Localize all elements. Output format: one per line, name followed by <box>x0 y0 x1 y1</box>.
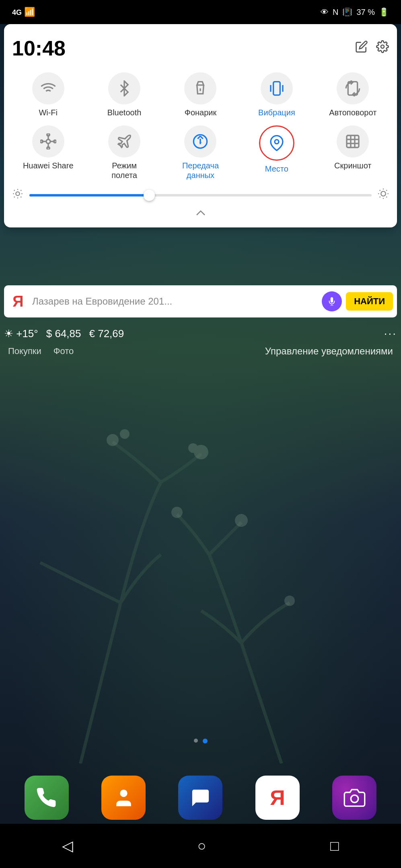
yandex-search-bar[interactable]: Я Лазарев на Евровидение 201... НАЙТИ <box>4 285 397 317</box>
toggle-wifi[interactable]: Wi-Fi <box>12 72 84 117</box>
panel-time: 10:48 <box>12 36 66 60</box>
svg-point-7 <box>381 45 384 48</box>
flashlight-icon <box>184 72 216 104</box>
vibration-label: Вибрация <box>258 108 295 117</box>
info-bar: ☀ +15° $ 64,85 € 72,69 ··· <box>4 321 397 346</box>
back-button[interactable]: ◁ <box>50 831 85 860</box>
svg-point-4 <box>171 507 183 518</box>
svg-point-15 <box>46 139 50 143</box>
euro-rate: € 72,69 <box>89 328 124 340</box>
search-text[interactable]: Лазарев на Евровидение 201... <box>32 296 322 307</box>
page-dots <box>0 739 401 743</box>
phone-app[interactable] <box>25 776 69 820</box>
page-dot-2 <box>203 739 208 743</box>
svg-point-5 <box>235 514 248 527</box>
toggle-autorotate[interactable]: Автоповорот <box>317 72 389 117</box>
data-transfer-icon: 1 <box>184 125 216 158</box>
svg-point-17 <box>47 147 49 149</box>
toggle-huawei-share[interactable]: Huawei Share <box>12 125 84 180</box>
toggle-grid-row2: Huawei Share Режимполета 1 <box>12 125 389 180</box>
home-button[interactable]: ○ <box>185 831 218 860</box>
svg-point-16 <box>47 133 49 136</box>
bluetooth-label: Bluetooth <box>107 108 142 117</box>
navigation-bar: ◁ ○ □ <box>0 824 401 868</box>
airplane-icon <box>108 125 140 158</box>
svg-point-6 <box>284 596 295 606</box>
camera-app[interactable] <box>332 776 376 820</box>
toggle-grid-row1: Wi-Fi Bluetooth Фонарик <box>12 72 389 117</box>
data-transfer-label: Передачаданных <box>182 161 219 180</box>
quick-settings-panel: 10:48 <box>4 24 397 227</box>
shortcut-photos[interactable]: Фото <box>53 346 74 356</box>
svg-line-44 <box>386 197 387 197</box>
svg-point-52 <box>351 795 358 802</box>
toggle-airplane[interactable]: Режимполета <box>88 125 160 180</box>
settings-button[interactable] <box>376 40 389 56</box>
svg-text:1: 1 <box>199 138 202 144</box>
svg-line-43 <box>380 190 380 191</box>
flashlight-label: Фонарик <box>185 108 217 117</box>
messages-app[interactable] <box>178 776 222 820</box>
svg-point-51 <box>120 789 127 796</box>
toggle-flashlight[interactable]: Фонарик <box>165 72 236 117</box>
screenshot-icon <box>337 125 369 158</box>
svg-line-34 <box>14 190 15 191</box>
recent-button[interactable]: □ <box>318 831 351 860</box>
yandex-app[interactable]: Я <box>255 776 300 820</box>
notification-management[interactable]: Управление уведомлениями <box>265 346 393 357</box>
shortcut-purchases[interactable]: Покупки <box>8 346 41 356</box>
toggle-bluetooth[interactable]: Bluetooth <box>88 72 160 117</box>
mic-button[interactable] <box>322 291 342 311</box>
huawei-share-icon <box>32 125 64 158</box>
nfc-icon: N <box>333 8 338 17</box>
svg-point-40 <box>381 191 386 196</box>
svg-point-31 <box>16 192 19 195</box>
weather-info: ☀ +15° <box>4 328 38 340</box>
svg-rect-26 <box>347 135 359 147</box>
vibration-icon <box>261 72 293 104</box>
more-info-dots[interactable]: ··· <box>384 327 397 340</box>
svg-point-0 <box>107 434 119 446</box>
airplane-label: Режимполета <box>111 161 137 180</box>
toggle-vibration[interactable]: Вибрация <box>241 72 313 117</box>
screenshot-label: Скриншот <box>334 161 371 170</box>
toggle-screenshot[interactable]: Скриншот <box>317 125 389 180</box>
battery-icon: 🔋 <box>379 7 389 17</box>
shortcuts-bar: Покупки Фото Управление уведомлениями <box>0 346 401 357</box>
svg-line-35 <box>21 197 21 197</box>
brightness-min-icon <box>12 188 23 202</box>
autorotate-label: Автоповорот <box>329 108 376 117</box>
page-dot-1 <box>194 739 198 743</box>
toggle-data-transfer[interactable]: 1 Передачаданных <box>165 125 236 180</box>
svg-line-47 <box>380 197 380 197</box>
yandex-logo: Я <box>8 291 28 311</box>
svg-point-3 <box>188 443 198 453</box>
svg-point-1 <box>120 429 130 439</box>
svg-point-18 <box>40 140 43 143</box>
panel-header-icons <box>355 40 389 56</box>
bluetooth-icon <box>108 72 140 104</box>
signal-indicator: 4G 📶 <box>12 7 35 17</box>
find-button[interactable]: НАЙТИ <box>346 292 393 311</box>
toggle-location[interactable]: Место <box>241 125 313 180</box>
collapse-arrow[interactable] <box>12 208 389 219</box>
svg-point-25 <box>275 140 279 144</box>
brightness-row <box>12 188 389 202</box>
brightness-slider[interactable] <box>29 194 372 197</box>
signal-text: 4G <box>12 8 22 16</box>
wallpaper-art <box>0 362 401 764</box>
status-bar: 4G 📶 👁 N 📳 37 % 🔋 <box>0 0 401 24</box>
panel-header: 10:48 <box>12 36 389 60</box>
brightness-fill <box>29 194 149 197</box>
brightness-thumb[interactable] <box>144 190 155 201</box>
signal-bars-icon: 📶 <box>24 7 35 17</box>
contacts-app[interactable] <box>101 776 146 820</box>
svg-rect-10 <box>274 82 280 95</box>
huawei-share-label: Huawei Share <box>23 161 74 170</box>
status-right-group: 👁 N 📳 37 % 🔋 <box>321 7 389 17</box>
edit-button[interactable] <box>355 40 368 56</box>
wifi-label: Wi-Fi <box>39 108 58 117</box>
autorotate-icon <box>337 72 369 104</box>
svg-line-39 <box>21 190 21 191</box>
vibrate-status-icon: 📳 <box>342 7 352 17</box>
